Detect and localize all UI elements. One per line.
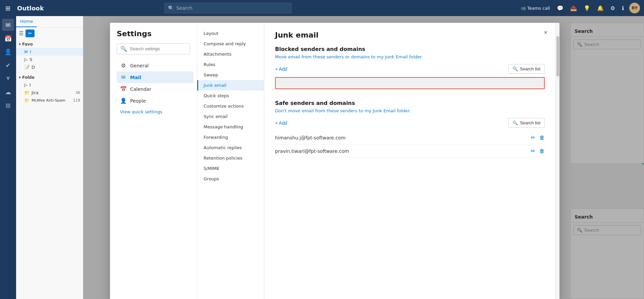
safe-add-button[interactable]: + Add (275, 120, 287, 126)
edit-icon-1[interactable]: ✏ (531, 134, 535, 141)
avatar[interactable]: RY (629, 3, 640, 13)
chat-icon[interactable]: 💬 (555, 4, 565, 13)
nav-mail[interactable]: ✉ (2, 19, 14, 31)
settings-nav-people[interactable]: 👤 People (117, 95, 194, 107)
tab-home[interactable]: Home (16, 16, 37, 27)
settings-main-content: × Junk email Blocked senders and domains… (264, 23, 555, 299)
subnav-forwarding[interactable]: Forwarding (197, 132, 264, 142)
folder-icon: 📁 (24, 98, 30, 103)
safe-email-item-1: himanshu.j@fpt-software.com ✏ 🗑 (275, 131, 545, 144)
subnav-compose-reply[interactable]: Compose and reply (197, 39, 264, 49)
chevron-icon: ▾ (19, 75, 21, 80)
share-icon[interactable]: 📤 (569, 4, 578, 13)
blocked-input-field[interactable] (275, 77, 545, 89)
subnav-message-handling[interactable]: Message handling (197, 122, 264, 132)
menu-icon[interactable]: ☰ (19, 30, 23, 37)
blocked-add-button[interactable]: + Add (275, 66, 287, 72)
settings-nav-general[interactable]: ⚙ General (117, 60, 194, 71)
profile-help-icon[interactable]: ℹ (621, 4, 625, 13)
edit-icon-2[interactable]: ✏ (531, 148, 535, 154)
nav-yammer[interactable]: Y (2, 72, 14, 84)
search-placeholder: Search (176, 5, 193, 11)
mail-icon: ✉ (120, 74, 127, 80)
teams-call-button[interactable]: 📹 Teams call (519, 4, 551, 12)
bell-icon[interactable]: 🔔 (596, 4, 605, 13)
far-left-nav: ✉ 📅 👤 ✔ Y ☁ ⊞ (0, 16, 16, 299)
topbar-right: 📹 Teams call 💬 📤 💡 🔔 ⚙ ℹ RY (519, 3, 640, 13)
nav-calendar[interactable]: 📅 (2, 32, 14, 44)
nav-onedrive[interactable]: ☁ (2, 86, 14, 98)
safe-email-item-2: pravin.tiwari@fpt-software.com ✏ 🗑 (275, 144, 545, 158)
jira-count: 36 (75, 91, 80, 95)
search-icon: 🔍 (513, 120, 518, 125)
blocked-search-list-button[interactable]: 🔍 Search list (508, 64, 545, 74)
folder-drafts[interactable]: 📝 D (16, 63, 83, 71)
subnav-smime[interactable]: S/MIME (197, 163, 264, 174)
settings-subnav: Layout Compose and reply Attachments Rul… (197, 23, 264, 299)
settings-modal: Settings 🔍 ⚙ General ✉ Mail 📅 Calendar (110, 23, 559, 299)
sidebar-actions: ☰ ✏ (16, 27, 83, 39)
folder-label: McAfee Anti-Spam (32, 98, 65, 103)
folder-sent[interactable]: ▷ S (16, 56, 83, 63)
view-quick-settings-link[interactable]: View quick settings (117, 108, 197, 116)
nav-apps[interactable]: ⊞ (2, 99, 14, 111)
favorites-header[interactable]: ▾ Favo (16, 41, 83, 48)
email-address-1: himanshu.j@fpt-software.com (275, 135, 531, 140)
settings-icon[interactable]: ⚙ (609, 4, 616, 13)
waffle-icon[interactable]: ⊞ (4, 3, 12, 13)
subnav-rules[interactable]: Rules (197, 59, 264, 70)
folder-inbox[interactable]: ✉ I (16, 48, 83, 56)
settings-nav-label-calendar: Calendar (130, 86, 151, 92)
settings-search-input[interactable] (130, 46, 186, 51)
search-icon: 🔍 (168, 5, 174, 11)
settings-scrollbar[interactable] (555, 23, 559, 299)
folder-a[interactable]: ▷ I (16, 81, 83, 89)
app-logo: Outlook (17, 5, 44, 12)
subnav-groups[interactable]: Groups (197, 174, 264, 184)
nav-tasks[interactable]: ✔ (2, 59, 14, 71)
blocked-search-label: Search list (520, 66, 540, 71)
nav-people[interactable]: 👤 (2, 46, 14, 58)
subnav-junk-email[interactable]: Junk email (197, 80, 264, 91)
subnav-quick-steps[interactable]: Quick steps (197, 91, 264, 101)
email-address-2: pravin.tiwari@fpt-software.com (275, 148, 531, 154)
folder-label: D (32, 65, 35, 70)
delete-icon-1[interactable]: 🗑 (539, 134, 545, 141)
subnav-sync-email[interactable]: Sync email (197, 111, 264, 122)
folder-icon: ▷ (24, 82, 28, 87)
subnav-layout[interactable]: Layout (197, 28, 264, 39)
email-item-actions-2: ✏ 🗑 (531, 148, 545, 154)
settings-title: Settings (117, 29, 197, 38)
folder-mcafee[interactable]: 📁 McAfee Anti-Spam 119 (16, 97, 83, 104)
subnav-attachments[interactable]: Attachments (197, 49, 264, 59)
folder-jira[interactable]: 📁 Jira 36 (16, 89, 83, 97)
sidebar-tabs: Home (16, 16, 83, 27)
settings-left-panel: Settings 🔍 ⚙ General ✉ Mail 📅 Calendar (110, 23, 197, 299)
subnav-sweep[interactable]: Sweep (197, 70, 264, 80)
safe-senders-section: Safe senders and domains Don't move emai… (275, 100, 545, 158)
folder-label: S (30, 57, 32, 62)
draft-icon: 📝 (24, 65, 30, 70)
chevron-icon: ▾ (19, 42, 21, 47)
subnav-automatic-replies[interactable]: Automatic replies (197, 142, 264, 153)
subnav-retention-policies[interactable]: Retention policies (197, 153, 264, 163)
safe-search-list-button[interactable]: 🔍 Search list (508, 118, 545, 128)
settings-search-box[interactable]: 🔍 (117, 43, 190, 54)
feedback-icon[interactable]: 💡 (582, 4, 592, 13)
video-icon: 📹 (521, 6, 526, 11)
folder-label: I (30, 82, 31, 87)
compose-icon[interactable]: ✏ (25, 29, 35, 37)
settings-nav-mail[interactable]: ✉ Mail (117, 71, 194, 83)
folders-header[interactable]: ▾ Folde (16, 74, 83, 81)
folder-label: I (30, 49, 31, 54)
delete-icon-2[interactable]: 🗑 (539, 148, 545, 154)
blocked-senders-title: Blocked senders and domains (275, 46, 545, 52)
subnav-customize-actions[interactable]: Customize actions (197, 101, 264, 111)
close-button[interactable]: × (541, 28, 550, 37)
blocked-senders-actions: + Add 🔍 Search list (275, 64, 545, 74)
content-area: Settings 🔍 ⚙ General ✉ Mail 📅 Calendar (83, 16, 644, 299)
settings-nav-calendar[interactable]: 📅 Calendar (117, 83, 194, 95)
gear-icon: ⚙ (120, 62, 127, 69)
global-search[interactable]: 🔍 Search (164, 3, 292, 13)
inbox-icon: ✉ (24, 49, 28, 54)
